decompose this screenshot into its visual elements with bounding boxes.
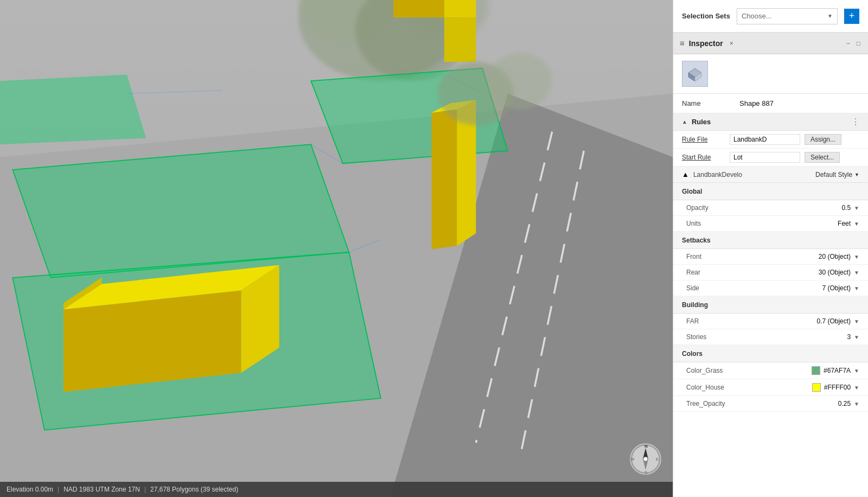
style-label: LandbankDevelo — [693, 171, 811, 179]
rules-chevron-icon: ▲ — [682, 119, 687, 125]
color-house-dropdown[interactable]: #FFFF00 ▼ — [812, 383, 859, 392]
stories-dropdown[interactable]: 3 ▼ — [847, 333, 859, 341]
svg-text:N: N — [644, 444, 648, 449]
chevron-down-icon: ▼ — [827, 13, 833, 19]
rear-chevron-icon: ▼ — [854, 270, 859, 276]
stories-row: Stories 3 ▼ — [673, 329, 868, 345]
front-chevron-icon: ▼ — [854, 254, 859, 260]
color-house-row: Color_House #FFFF00 ▼ — [673, 379, 868, 396]
colors-category: Colors — [673, 345, 868, 362]
far-row: FAR 0.7 (Object) ▼ — [673, 314, 868, 329]
rear-label: Rear — [686, 269, 819, 276]
units-dropdown[interactable]: Feet ▼ — [838, 220, 859, 227]
start-rule-value: Lot — [730, 152, 800, 163]
style-chevron-down-icon: ▼ — [854, 172, 859, 177]
svg-text:S: S — [644, 470, 647, 475]
inspector-icon-area — [673, 54, 868, 94]
stories-value: 3 — [847, 333, 851, 341]
svg-text:W: W — [630, 457, 635, 462]
shape-icon — [682, 61, 708, 87]
tree-opacity-chevron-icon: ▼ — [854, 401, 859, 407]
svg-marker-28 — [393, 0, 444, 17]
units-row: Units Feet ▼ — [673, 216, 868, 232]
rule-file-row: Rule File LandbankD Assign... — [673, 131, 868, 149]
front-label: Front — [686, 253, 819, 260]
side-dropdown[interactable]: 7 (Object) ▼ — [822, 284, 859, 292]
opacity-value: 0.5 — [841, 204, 851, 212]
add-selection-set-button[interactable]: + — [844, 9, 859, 24]
style-subsection-header[interactable]: ▲ LandbankDevelo Default Style ▼ — [673, 167, 868, 183]
inspector-icon: ≡ — [680, 39, 685, 48]
side-value: 7 (Object) — [822, 284, 851, 292]
units-chevron-icon: ▼ — [854, 221, 859, 227]
far-chevron-icon: ▼ — [854, 318, 859, 324]
status-bar: Elevation 0.00m | NAD 1983 UTM Zone 17N … — [0, 482, 673, 497]
svg-marker-16 — [0, 74, 146, 144]
color-grass-chevron-icon: ▼ — [854, 368, 859, 374]
inspector-window-controls: − □ — [845, 40, 861, 47]
rule-file-value: LandbankD — [730, 134, 800, 145]
right-panel: Selection Sets Choose... ▼ + ≡ Inspector… — [673, 0, 868, 497]
opacity-label: Opacity — [686, 204, 841, 212]
tree-opacity-row: Tree_Opacity 0.25 ▼ — [673, 396, 868, 412]
far-value: 0.7 (Object) — [816, 317, 851, 325]
rules-menu-icon[interactable]: ⋮ — [851, 117, 860, 127]
front-dropdown[interactable]: 20 (Object) ▼ — [819, 253, 859, 260]
color-grass-dropdown[interactable]: #67AF7A ▼ — [812, 366, 859, 375]
building-category: Building — [673, 296, 868, 314]
svg-point-42 — [643, 457, 648, 461]
front-row: Front 20 (Object) ▼ — [673, 249, 868, 265]
side-label: Side — [686, 284, 822, 292]
rules-section-title: Rules — [692, 118, 711, 126]
start-rule-row: Start Rule Lot Select... — [673, 149, 868, 167]
close-icon[interactable]: × — [730, 40, 733, 47]
setbacks-category: Setbacks — [673, 232, 868, 249]
color-house-swatch — [812, 383, 821, 392]
style-dropdown[interactable]: Default Style ▼ — [815, 171, 859, 179]
style-chevron-icon: ▲ — [682, 170, 689, 179]
far-dropdown[interactable]: 0.7 (Object) ▼ — [816, 317, 859, 325]
minimize-button[interactable]: − — [845, 40, 851, 47]
elevation-status: Elevation 0.00m — [7, 486, 53, 493]
color-house-label: Color_House — [686, 384, 812, 391]
units-value: Feet — [838, 220, 851, 227]
color-house-chevron-icon: ▼ — [854, 385, 859, 391]
start-rule-label[interactable]: Start Rule — [682, 154, 725, 161]
name-row: Name Shape 887 — [673, 94, 868, 113]
rule-file-label[interactable]: Rule File — [682, 136, 725, 143]
far-label: FAR — [686, 317, 816, 325]
units-label: Units — [686, 220, 838, 227]
colors-label: Colors — [682, 350, 703, 358]
selection-sets-dropdown[interactable]: Choose... ▼ — [737, 8, 838, 24]
color-grass-label: Color_Grass — [686, 367, 812, 374]
rule-file-assign-button[interactable]: Assign... — [805, 134, 841, 145]
inspector-panel: ≡ Inspector × − □ — [673, 33, 868, 497]
name-label: Name — [682, 99, 731, 107]
svg-marker-31 — [444, 17, 476, 62]
svg-text:E: E — [656, 457, 659, 462]
selection-sets-label: Selection Sets — [682, 12, 730, 20]
start-rule-select-button[interactable]: Select... — [805, 152, 840, 163]
selection-sets-value: Choose... — [742, 12, 772, 20]
inspector-header: ≡ Inspector × − □ — [673, 33, 868, 54]
rear-dropdown[interactable]: 30 (Object) ▼ — [819, 269, 859, 276]
color-grass-value: #67AF7A — [824, 367, 851, 374]
tree-opacity-label: Tree_Opacity — [686, 400, 838, 407]
building-label: Building — [682, 301, 708, 309]
maximize-button[interactable]: □ — [856, 40, 861, 47]
global-label: Global — [682, 188, 702, 195]
opacity-dropdown[interactable]: 0.5 ▼ — [841, 204, 859, 212]
stories-chevron-icon: ▼ — [854, 334, 859, 340]
front-value: 20 (Object) — [819, 253, 851, 260]
color-grass-swatch — [812, 366, 820, 375]
opacity-chevron-icon: ▼ — [854, 205, 859, 211]
viewport-3d[interactable]: N S W E Elevation 0.00m | NAD 1983 UTM Z… — [0, 0, 673, 497]
name-value: Shape 887 — [739, 99, 774, 107]
tree-opacity-value: 0.25 — [838, 400, 851, 407]
compass: N S W E — [629, 443, 662, 475]
global-category: Global — [673, 183, 868, 200]
inspector-content[interactable]: Name Shape 887 ▲ Rules ⋮ Rule File Landb… — [673, 94, 868, 497]
rules-section-header[interactable]: ▲ Rules ⋮ — [673, 113, 868, 131]
scene-svg — [0, 0, 673, 497]
tree-opacity-dropdown[interactable]: 0.25 ▼ — [838, 400, 859, 407]
